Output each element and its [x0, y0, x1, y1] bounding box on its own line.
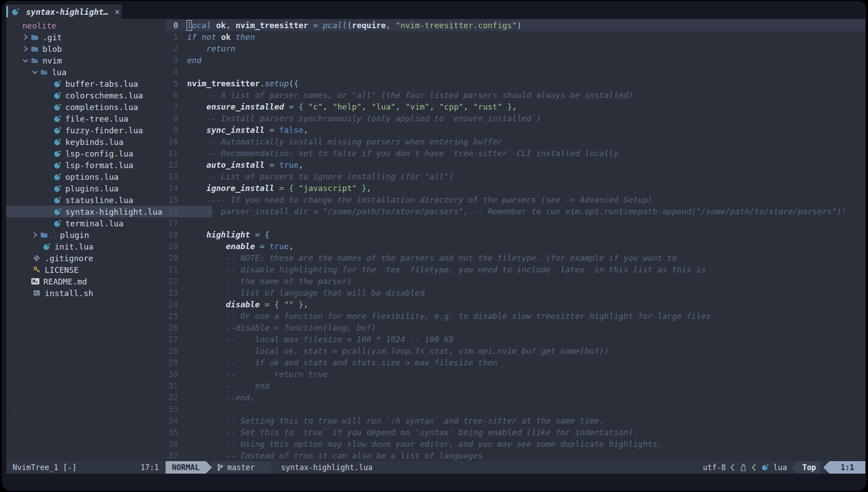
code-line-4[interactable]: 4: [166, 66, 865, 78]
filetype-label: lua: [773, 463, 787, 472]
code-line-8[interactable]: 8 -- Install parsers synchronously (only…: [166, 113, 865, 124]
line-number: 0: [166, 20, 183, 31]
code-text: local ok, nvim_treesitter = pcall(requir…: [187, 20, 522, 31]
code-line-23[interactable]: 23 -- list of language that will be disa…: [166, 287, 865, 299]
code-line-5[interactable]: 5nvim_treesitter.setup({: [166, 78, 865, 89]
tree-item-neolite[interactable]: neolite: [6, 20, 182, 31]
git-icon: [32, 254, 41, 263]
chevron-right-icon[interactable]: [21, 44, 30, 53]
tree-item-label: install.sh: [45, 288, 93, 298]
line-number: 36: [166, 438, 183, 450]
empty-line-tilde: ~: [13, 322, 17, 334]
pending-circle-icon: [50, 232, 56, 238]
line-number: 19: [166, 241, 183, 252]
line-number: 2: [166, 43, 183, 55]
code-text: -- Using this option may slow down your …: [187, 438, 662, 450]
code-line-2[interactable]: 2 return: [166, 43, 865, 55]
code-line-21[interactable]: 21 -- disable highlighting for the `tex`…: [166, 264, 865, 276]
lua-icon: [53, 137, 62, 146]
chevron-right-icon[interactable]: [21, 33, 30, 42]
code-line-20[interactable]: 20 -- NOTE: these are the names of the p…: [166, 252, 865, 264]
code-line-9[interactable]: 9 sync_install = false,: [166, 124, 865, 136]
code-line-14[interactable]: 14 ignore_install = { "javascript" },: [166, 182, 865, 194]
tree-item-plugin[interactable]: plugin: [6, 229, 190, 241]
chevron-down-icon[interactable]: [30, 68, 39, 76]
code-line-0[interactable]: 0local ok, nvim_treesitter = pcall(requi…: [166, 20, 865, 31]
code-line-31[interactable]: 31 -- end: [166, 380, 865, 392]
tree-item-label: plugins.lua: [65, 184, 119, 193]
chevron-down-icon[interactable]: [21, 56, 30, 65]
code-line-37[interactable]: 37 -- Instead of true it can also be a l…: [166, 450, 865, 461]
code-line-34[interactable]: 34 -- Setting this to true will run `:h …: [166, 415, 865, 427]
tree-item-.git[interactable]: .git: [6, 31, 180, 43]
tree-item-nvim[interactable]: nvim: [6, 55, 180, 66]
tree-item-label: .git: [43, 33, 62, 42]
lua-icon: [53, 184, 62, 193]
code-text: -- if ok and stats and stats.size > max_…: [187, 357, 498, 369]
tree-item-install.sh[interactable]: install.sh: [6, 287, 191, 299]
code-line-11[interactable]: 11 -- Recommendation: set to false if yo…: [166, 148, 865, 159]
code-line-13[interactable]: 13 -- List of parsers to ignore installi…: [166, 171, 865, 182]
editor-buffer: 0local ok, nvim_treesitter = pcall(requi…: [166, 19, 865, 461]
code-line-10[interactable]: 10 -- Automatically install missing pars…: [166, 136, 865, 148]
code-line-16[interactable]: 16 -- parser_install_dir = "/some/path/t…: [166, 206, 865, 217]
code-line-30[interactable]: 30 -- return true: [166, 369, 865, 380]
code-line-1[interactable]: 1if not ok then: [166, 31, 865, 43]
linux-tux-icon: [739, 463, 747, 472]
empty-line-tilde: ~: [13, 450, 17, 461]
folder-open-icon: [39, 68, 48, 76]
empty-line-tilde: ~: [13, 392, 17, 403]
code-line-15[interactable]: 15 ---- If you need to change the instal…: [166, 194, 865, 206]
tree-item-label: README.md: [43, 277, 87, 286]
line-number: 1: [166, 31, 183, 43]
code-line-33[interactable]: 33: [166, 403, 865, 415]
line-number: 22: [166, 276, 183, 287]
line-number: 24: [166, 299, 183, 310]
code-line-32[interactable]: 32 --end,: [166, 392, 865, 403]
line-number: 23: [166, 287, 183, 299]
lua-icon: [53, 195, 62, 204]
lua-icon: [53, 114, 62, 123]
line-number: 31: [166, 380, 183, 392]
code-line-7[interactable]: 7 ensure_installed = { "c", "help", "lua…: [166, 101, 865, 113]
code-line-24[interactable]: 24 disable = { "" },: [166, 299, 865, 310]
code-line-28[interactable]: 28 -- local ok, stats = pcall(vim.loop.f…: [166, 345, 865, 357]
code-text: -- NOTE: these are the names of the pars…: [187, 252, 677, 264]
tree-item-.gitignore[interactable]: .gitignore: [6, 252, 191, 264]
code-line-27[interactable]: 27 -- local max_filesize = 100 * 1024 --…: [166, 334, 865, 345]
code-text: -- return true: [187, 369, 328, 380]
git-branch-name[interactable]: master: [227, 463, 255, 472]
statusline-tree-position: 17:1: [140, 461, 159, 474]
code-line-12[interactable]: 12 auto_install = true,: [166, 159, 865, 171]
tab-syntax-highlight[interactable]: syntax-highlight… ×: [6, 4, 122, 19]
code-line-26[interactable]: 26 --disable = function(lang, buf): [166, 322, 865, 334]
code-line-19[interactable]: 19 enable = true,: [166, 241, 865, 252]
code-line-29[interactable]: 29 -- if ok and stats and stats.size > m…: [166, 357, 865, 369]
code-line-18[interactable]: 18 highlight = {: [166, 229, 865, 241]
code-line-3[interactable]: 3end: [166, 55, 865, 66]
code-text: disable = { "" },: [187, 299, 308, 310]
code-line-35[interactable]: 35 -- Set this to `true` if you depend o…: [166, 427, 865, 438]
line-number: 14: [166, 182, 183, 194]
tree-item-blob[interactable]: blob: [6, 43, 180, 55]
code-line-22[interactable]: 22 -- the name of the parser): [166, 276, 865, 287]
line-number: 26: [166, 322, 183, 334]
code-line-36[interactable]: 36 -- Using this option may slow down yo…: [166, 438, 865, 450]
powerline-separator: [791, 461, 798, 474]
code-text: -- the name of the parser): [187, 276, 352, 287]
tree-item-readme.md[interactable]: M↓README.md: [6, 276, 190, 287]
tree-item-license[interactable]: LICENSE: [6, 264, 191, 276]
line-number: 29: [166, 357, 183, 369]
empty-line-tilde: ~: [13, 403, 17, 415]
tab-close-icon[interactable]: ×: [115, 7, 119, 17]
terminal-window: syntax-highlight… × neolite.gitblobnviml…: [2, 1, 866, 491]
code-line-25[interactable]: 25 -- Or use a function for more flexibi…: [166, 310, 865, 322]
tree-item-lua[interactable]: lua: [6, 66, 190, 78]
tree-item-label: plugin: [60, 230, 89, 240]
chevron-right-icon[interactable]: [30, 230, 39, 239]
code-line-17[interactable]: 17: [166, 217, 865, 229]
line-number: 25: [166, 310, 183, 322]
line-number: 7: [166, 101, 183, 113]
line-number: 21: [166, 264, 183, 276]
code-line-6[interactable]: 6 -- A list of parser names, or "all" (t…: [166, 89, 865, 101]
